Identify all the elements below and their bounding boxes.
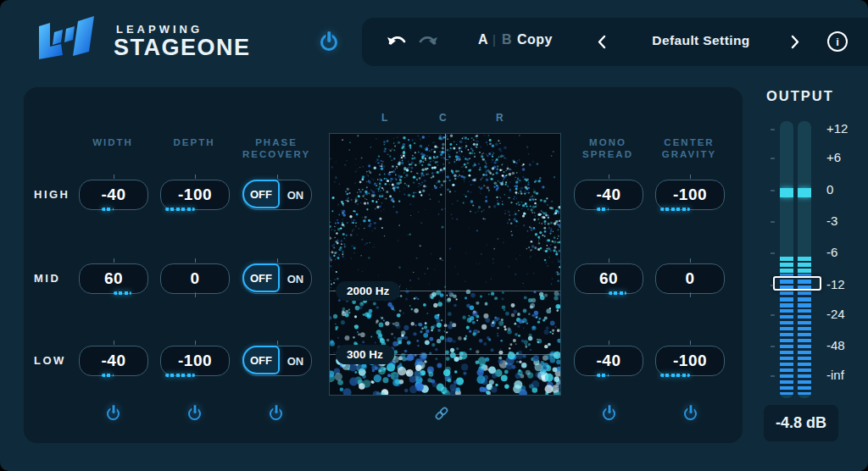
crossover-high-handle[interactable]: 2000 Hz [336,281,400,301]
mono-spread-low-knob[interactable]: -40 [574,346,643,376]
redo-button[interactable] [416,34,439,53]
gravity-low-value: -100 [673,352,707,369]
mono-mid-indicator [609,291,626,295]
channel-label-center: C [439,112,448,124]
center-gravity-high-knob[interactable]: -100 [655,180,725,210]
output-meter-left[interactable] [780,121,793,398]
gravity-high-value: -100 [673,186,707,203]
width-high-value: -40 [102,186,126,203]
width-mid-value: 60 [104,269,123,287]
gravity-high-indicator [660,208,690,211]
width-high-knob[interactable]: -40 [79,180,148,210]
mono-spread-power-button[interactable] [603,407,615,420]
mono-high-indicator [597,208,609,211]
column-header-depth: DEPTH [160,136,228,148]
preset-next-button[interactable] [791,35,799,53]
undo-icon [386,34,409,50]
depth-high-value: -100 [178,186,212,203]
preset-prev-button[interactable] [598,35,606,53]
scale-minus24: -24 [826,307,845,321]
preset-b-button[interactable]: B [502,32,512,47]
phase-mid-off-button[interactable]: OFF [242,263,280,292]
crossover-low-handle[interactable]: 300 Hz [336,345,394,364]
scale-minusinf: -inf [826,368,844,382]
link-button[interactable] [433,405,450,425]
width-low-knob[interactable]: -40 [79,346,148,376]
depth-power-button[interactable] [188,407,201,420]
phase-high-off-button[interactable]: OFF [242,180,280,208]
depth-high-indicator [165,208,195,211]
header-width-label: WIDTH [79,136,147,148]
header-gravity-line2: GRAVITY [647,148,732,160]
output-title: OUTPUT [766,88,834,104]
phase-low-off-button[interactable]: OFF [242,346,280,374]
meter-fill-cyan-left [780,257,793,274]
column-header-width: WIDTH [79,136,147,148]
width-mid-indicator [114,291,131,295]
undo-button[interactable] [386,34,409,53]
meter-fill-left [780,274,793,395]
center-channel-line [445,134,446,395]
header-mono-line1: MONO [565,136,650,148]
scale-minus48: -48 [826,338,845,352]
header-phase-line1: PHASE [234,136,319,148]
depth-high-knob[interactable]: -100 [160,180,230,210]
phase-recovery-toggle-low: OFF ON [242,346,312,376]
mono-spread-mid-knob[interactable]: 60 [574,263,643,294]
preset-a-button[interactable]: A [478,32,488,47]
header-depth-label: DEPTH [160,136,228,148]
scale-0: 0 [826,182,833,197]
channel-label-right: R [496,112,505,124]
center-gravity-power-button[interactable] [684,407,697,420]
row-label-low: LOW [34,354,66,367]
column-header-phase-recovery: PHASE RECOVERY [234,136,319,160]
scale-minus12: -12 [826,277,845,291]
info-button[interactable]: i [827,31,848,52]
chevron-right-icon [791,35,799,49]
master-power-button[interactable] [320,34,337,51]
header-phase-line2: RECOVERY [234,148,319,160]
center-gravity-low-knob[interactable]: -100 [655,346,725,376]
copy-button[interactable]: Copy [517,32,553,47]
output-meter-right[interactable] [798,121,811,398]
column-header-center-gravity: CENTER GRAVITY [647,136,732,160]
width-power-button[interactable] [107,407,120,420]
mono-mid-value: 60 [599,269,618,287]
ab-divider: | [492,32,496,47]
meter-fill-cyan-right [798,257,811,274]
phase-low-on-button[interactable]: ON [280,346,311,375]
phase-high-on-button[interactable]: ON [280,180,311,209]
center-gravity-mid-knob[interactable]: 0 [655,263,725,294]
phase-recovery-power-button[interactable] [270,407,282,420]
link-icon [433,405,450,422]
output-gain-readout[interactable]: -4.8 dB [764,405,838,441]
preset-name[interactable]: Default Setting [629,33,773,48]
toolbar: A | B Copy Default Setting i [362,18,868,66]
phase-recovery-toggle-mid: OFF ON [242,263,312,294]
width-low-value: -40 [102,352,126,369]
mono-spread-high-knob[interactable]: -40 [574,180,643,210]
output-gain-handle[interactable] [773,276,821,291]
meter-fill-right [798,274,811,395]
brand-name: LEAPWING [116,23,203,36]
header-gravity-line1: CENTER [647,136,732,148]
phase-recovery-toggle-high: OFF ON [242,180,312,210]
depth-low-indicator [165,374,195,377]
column-header-mono-spread: MONO SPREAD [565,136,650,160]
mono-low-indicator [597,374,609,377]
row-label-high: HIGH [34,188,70,201]
channel-label-left: L [381,112,389,124]
mono-low-value: -40 [597,352,621,369]
header-mono-line2: SPREAD [565,148,650,160]
depth-mid-value: 0 [190,269,199,287]
depth-low-knob[interactable]: -100 [160,346,230,376]
depth-mid-knob[interactable]: 0 [160,263,230,294]
width-mid-knob[interactable]: 60 [79,263,148,294]
scale-plus12: +12 [826,121,848,136]
gravity-mid-value: 0 [685,269,694,287]
phase-mid-on-button[interactable]: ON [280,264,311,293]
scale-minus3: -3 [826,213,837,228]
mono-high-value: -40 [597,186,621,203]
leapwing-logo [31,14,102,63]
width-high-indicator [102,208,114,211]
